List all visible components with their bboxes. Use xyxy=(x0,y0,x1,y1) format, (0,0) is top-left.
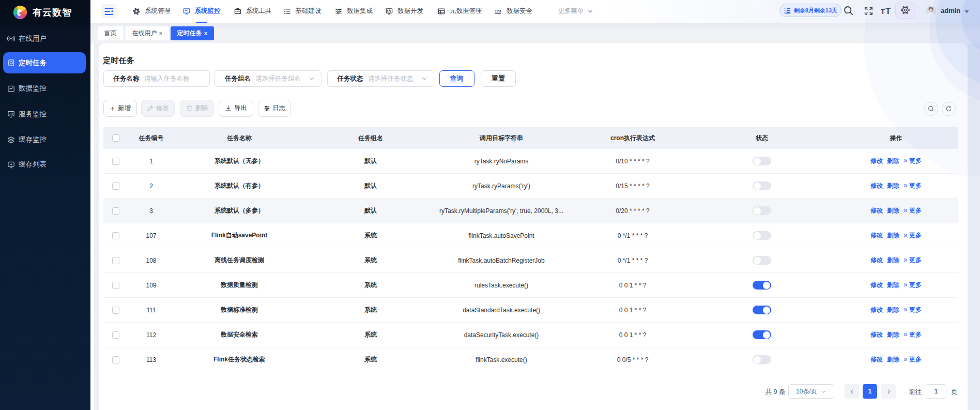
svg-text:T: T xyxy=(885,7,891,16)
svg-text:123: 123 xyxy=(495,9,501,13)
svg-text:T: T xyxy=(881,8,885,16)
